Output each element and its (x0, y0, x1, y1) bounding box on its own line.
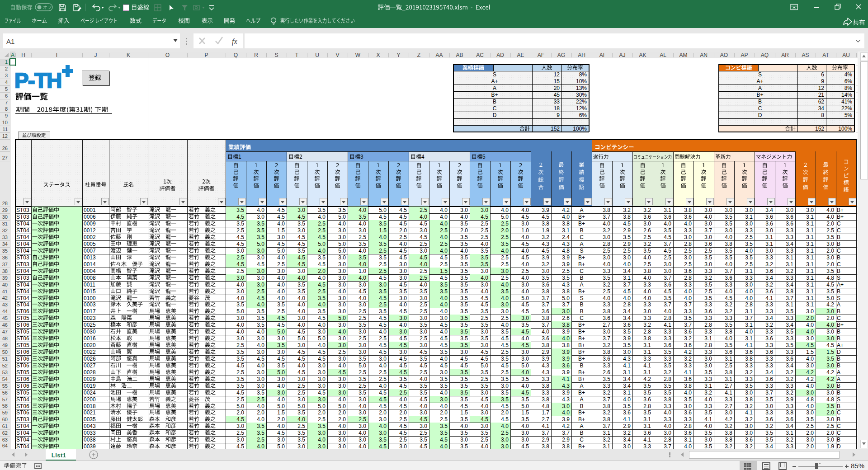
svg-text:3.8: 3.8 (684, 207, 692, 213)
svg-text:J: J (94, 52, 97, 58)
svg-text:3.0: 3.0 (664, 430, 671, 436)
svg-text:3.5: 3.5 (460, 430, 468, 436)
svg-text:4.5: 4.5 (236, 390, 244, 396)
svg-text:3.8: 3.8 (786, 288, 793, 295)
svg-text:ST06: ST06 (16, 383, 29, 389)
svg-text:3.3: 3.3 (786, 335, 793, 342)
svg-text:AS: AS (802, 52, 809, 58)
svg-text:3.0: 3.0 (399, 329, 407, 335)
svg-text:4.0: 4.0 (664, 221, 671, 227)
svg-text:3.2: 3.2 (704, 275, 712, 281)
svg-text:5.0: 5.0 (297, 403, 305, 409)
svg-text:4.0: 4.0 (725, 261, 732, 268)
svg-text:4.8: 4.8 (562, 248, 570, 254)
svg-text:3.5: 3.5 (806, 416, 814, 423)
svg-text:3.0: 3.0 (379, 356, 387, 362)
svg-text:3.5: 3.5 (542, 275, 549, 281)
svg-text:4.0: 4.0 (277, 396, 285, 403)
svg-text:3.5: 3.5 (521, 416, 529, 423)
svg-text:3.0: 3.0 (257, 254, 264, 261)
svg-text:3.3: 3.3 (684, 282, 692, 288)
svg-text:4.1: 4.1 (623, 416, 631, 423)
svg-text:2.6: 2.6 (643, 227, 651, 234)
svg-text:12%: 12% (576, 105, 587, 112)
svg-text:3.5: 3.5 (359, 356, 366, 362)
svg-text:3.0: 3.0 (603, 254, 610, 261)
svg-text:3.0: 3.0 (399, 261, 407, 268)
svg-text:2.5: 2.5 (806, 423, 814, 429)
svg-text:3.5: 3.5 (318, 207, 326, 213)
svg-text:AG: AG (557, 52, 565, 58)
svg-text:3.0: 3.0 (359, 282, 366, 288)
svg-text:A+: A+ (756, 78, 763, 85)
svg-text:0008: 0008 (84, 275, 96, 281)
svg-text:3.0: 3.0 (338, 430, 346, 436)
svg-text:4.0: 4.0 (521, 261, 529, 268)
svg-text:C: C (837, 409, 841, 416)
svg-text:3.1: 3.1 (745, 214, 753, 220)
svg-text:35: 35 (2, 248, 8, 254)
svg-text:2.5: 2.5 (501, 221, 509, 227)
svg-text:2.5: 2.5 (379, 369, 387, 376)
svg-text:3.0: 3.0 (725, 207, 732, 213)
svg-text:2.5: 2.5 (440, 416, 448, 423)
svg-text:C: C (837, 227, 841, 234)
svg-text:B+: B+ (578, 356, 585, 362)
svg-text:4.3: 4.3 (562, 396, 570, 403)
svg-text:1.5: 1.5 (440, 268, 448, 274)
svg-text:2.0: 2.0 (806, 315, 814, 321)
svg-text:3.1: 3.1 (684, 437, 692, 443)
svg-text:2.5: 2.5 (420, 430, 427, 436)
svg-text:4.0: 4.0 (318, 275, 326, 281)
svg-text:ST06: ST06 (16, 356, 29, 362)
svg-text:3.3: 3.3 (664, 416, 671, 423)
svg-text:3.8: 3.8 (562, 221, 570, 227)
svg-text:3.6: 3.6 (765, 376, 773, 382)
svg-text:4.5: 4.5 (318, 234, 326, 240)
svg-text:3.8: 3.8 (603, 416, 610, 423)
svg-text:3.0: 3.0 (338, 301, 346, 308)
svg-text:5.0: 5.0 (379, 207, 387, 213)
svg-text:2.8: 2.8 (623, 301, 631, 308)
svg-text:2.8: 2.8 (684, 423, 692, 429)
svg-text:B: B (837, 403, 840, 409)
svg-text:Q: Q (234, 52, 238, 58)
svg-text:4.0: 4.0 (664, 409, 671, 416)
svg-text:2.0: 2.0 (806, 430, 814, 436)
svg-text:3.2: 3.2 (643, 207, 651, 213)
svg-text:3.0: 3.0 (481, 329, 488, 335)
svg-text:3.2: 3.2 (725, 301, 732, 308)
svg-text:3.5: 3.5 (460, 335, 468, 342)
svg-text:2.0: 2.0 (826, 430, 834, 436)
svg-text:2.6: 2.6 (562, 315, 570, 321)
svg-text:3.5: 3.5 (623, 342, 631, 348)
svg-text:3.0: 3.0 (236, 315, 244, 321)
svg-text:4.0: 4.0 (521, 248, 529, 254)
svg-text:2.5: 2.5 (399, 234, 407, 240)
svg-text:2.0: 2.0 (826, 409, 834, 416)
svg-text:4.0: 4.0 (318, 342, 326, 348)
svg-text:2.5: 2.5 (359, 308, 366, 315)
svg-text:3.5: 3.5 (460, 342, 468, 348)
svg-text:3.0: 3.0 (460, 349, 468, 355)
svg-text:3.1: 3.1 (786, 261, 793, 268)
svg-text:3.3: 3.3 (704, 301, 712, 308)
svg-text:4.5: 4.5 (359, 288, 366, 295)
svg-text:3.5: 3.5 (297, 437, 305, 443)
svg-text:2.8: 2.8 (664, 315, 671, 321)
svg-text:3.0: 3.0 (501, 301, 509, 308)
svg-text:2.0: 2.0 (257, 409, 264, 416)
svg-text:0026: 0026 (84, 356, 96, 362)
svg-text:52: 52 (2, 363, 8, 368)
svg-text:X: X (376, 52, 380, 58)
svg-text:3.5: 3.5 (257, 308, 264, 315)
svg-text:3.8: 3.8 (603, 308, 610, 315)
svg-text:3.0: 3.0 (359, 423, 366, 429)
svg-text:A: A (837, 301, 840, 308)
svg-text:B: B (837, 241, 840, 247)
svg-text:4.1: 4.1 (623, 362, 631, 369)
svg-text:4.0: 4.0 (481, 275, 488, 281)
svg-text:4.5: 4.5 (318, 261, 326, 268)
svg-text:3.5: 3.5 (460, 301, 468, 308)
svg-text:3.8: 3.8 (643, 335, 651, 342)
